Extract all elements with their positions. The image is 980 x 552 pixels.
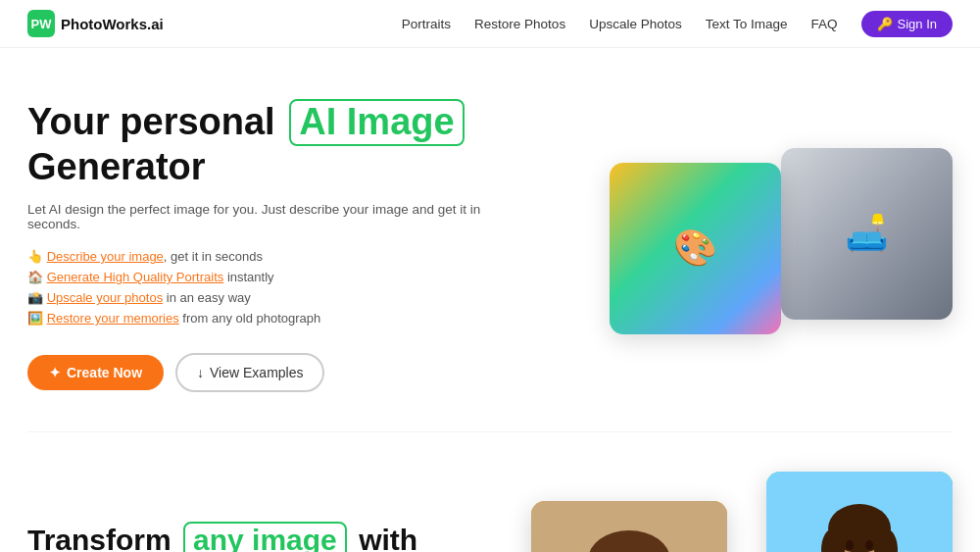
- hero-title: Your personal AI Image Generator: [27, 99, 498, 188]
- feature-link-describe[interactable]: Describe your image: [47, 249, 164, 264]
- transform-images: 🖼️ Multiple Style Options: [531, 472, 953, 552]
- svg-point-20: [865, 540, 873, 550]
- hero-title-highlight: AI Image: [289, 99, 464, 146]
- logo-text: PhotoWorks.ai: [61, 16, 164, 32]
- key-icon: 🔑: [877, 17, 893, 31]
- colorful-room-image: 🎨: [610, 163, 781, 334]
- hero-image-colorful-room: 🎨: [610, 163, 781, 334]
- hero-subtitle: Let AI design the perfect image for you.…: [27, 202, 498, 231]
- nav-text-to-image[interactable]: Text To Image: [706, 17, 788, 31]
- nav-faq[interactable]: FAQ: [811, 17, 838, 31]
- living-room-image: 🛋️: [781, 148, 953, 320]
- svg-point-19: [846, 540, 854, 550]
- features-list: 👆 Describe your image, get it in seconds…: [27, 249, 498, 326]
- down-arrow-icon: ↓: [197, 365, 204, 380]
- view-examples-button[interactable]: ↓ View Examples: [175, 353, 324, 392]
- logo-icon: PW: [27, 10, 55, 37]
- hero-content: Your personal AI Image Generator Let AI …: [27, 99, 498, 392]
- nav-portraits[interactable]: Portraits: [402, 17, 451, 31]
- hero-image-living-room: 🛋️: [781, 148, 953, 320]
- feature-item: 📸 Upscale your photos in an easy way: [27, 290, 498, 305]
- feature-item: 🖼️ Restore your memories from any old ph…: [27, 311, 498, 326]
- nav-upscale[interactable]: Upscale Photos: [589, 17, 682, 31]
- hero-section: Your personal AI Image Generator Let AI …: [0, 48, 980, 431]
- logo-area: PW PhotoWorks.ai: [27, 10, 164, 37]
- feature-link-upscale[interactable]: Upscale your photos: [47, 290, 164, 305]
- transform-section: Transform any image with just one image.…: [0, 432, 980, 552]
- woman-mug-image: [531, 501, 727, 552]
- nav-restore[interactable]: Restore Photos: [474, 17, 565, 31]
- signin-button[interactable]: 🔑 Sign In: [861, 11, 953, 37]
- hero-images: 🎨 🛋️: [610, 148, 953, 344]
- transform-arrow: [722, 530, 801, 552]
- feature-link-portraits[interactable]: Generate High Quality Portraits: [47, 270, 224, 284]
- feature-item: 🏠 Generate High Quality Portraits instan…: [27, 270, 498, 284]
- sparkle-icon: ✦: [49, 365, 61, 380]
- feature-item: 👆 Describe your image, get it in seconds: [27, 249, 498, 264]
- navbar: PW PhotoWorks.ai Portraits Restore Photo…: [0, 0, 980, 48]
- transform-image-before: [531, 501, 727, 552]
- nav-links: Portraits Restore Photos Upscale Photos …: [402, 11, 953, 37]
- hero-buttons: ✦ Create Now ↓ View Examples: [27, 353, 498, 392]
- transform-title: Transform any image with just one image.: [27, 522, 459, 552]
- feature-link-restore[interactable]: Restore your memories: [47, 311, 179, 326]
- transform-content: Transform any image with just one image.…: [27, 522, 459, 552]
- transform-title-highlight: any image: [183, 522, 347, 552]
- create-now-button[interactable]: ✦ Create Now: [27, 355, 164, 390]
